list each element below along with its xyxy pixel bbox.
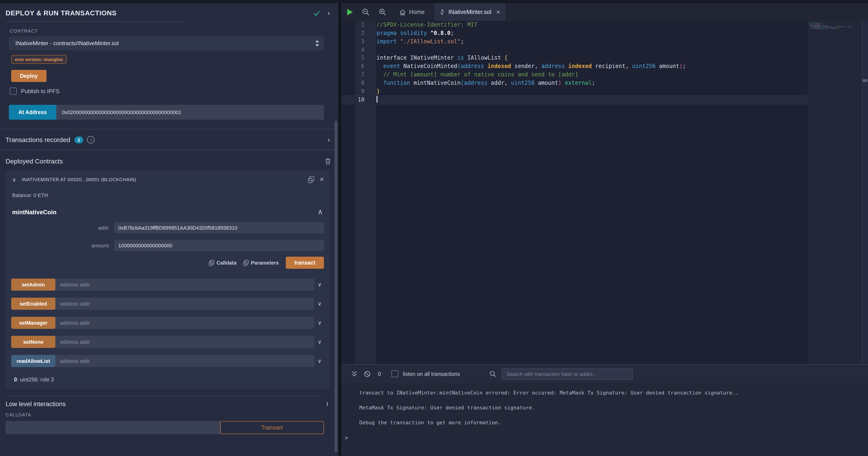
contract-card-header[interactable]: ∨ INATIVEMINTER AT 0X020...00001 (BLOCKC… — [6, 170, 330, 183]
terminal-output[interactable]: transact to INativeMinter.mintNativeCoin… — [341, 383, 868, 441]
chevron-down-icon[interactable]: ∨ — [317, 358, 321, 364]
line-number: 2 — [341, 29, 365, 38]
transactions-recorded-row[interactable]: Transactions recorded 2 i › — [0, 130, 338, 149]
copy-parameters-control[interactable]: Parameters — [243, 260, 279, 266]
chevron-down-icon[interactable]: ∨ — [317, 281, 321, 288]
contract-select[interactable]: INativeMinter - contracts/INativeMinter.… — [9, 36, 324, 50]
tab-inativeminter[interactable]: INativeMinter.sol ✕ — [434, 3, 506, 21]
contract-card-title: INATIVEMINTER AT 0X020...00001 (BLOCKCHA… — [22, 177, 303, 182]
code-line-8[interactable]: 8 function mintNativeCoin(address addr, … — [341, 79, 807, 88]
tab-home[interactable]: Home — [398, 9, 427, 16]
function-row-readAllowList: readAllowList∨ — [11, 355, 321, 367]
terminal-prompt[interactable]: > — [345, 434, 863, 441]
panel-scrollbar[interactable] — [335, 121, 337, 452]
code-line-6[interactable]: 6 event NativeCoinMinted(address indexed… — [341, 62, 807, 71]
setAdmin-button[interactable]: setAdmin — [11, 279, 55, 291]
chevron-down-icon[interactable]: ∨ — [317, 339, 321, 345]
calldata-copy-label: Calldata — [217, 260, 237, 265]
clear-console-icon[interactable] — [364, 371, 370, 377]
output-index: 0 — [14, 377, 17, 382]
deployed-contract-card: ∨ INATIVEMINTER AT 0X020...00001 (BLOCKC… — [6, 170, 330, 389]
deployed-contracts-header: Deployed Contracts — [0, 150, 338, 170]
function-row-setManager: setManager∨ — [11, 317, 321, 329]
run-script-icon[interactable] — [347, 9, 353, 16]
copy-address-icon[interactable] — [308, 176, 314, 183]
copy-icon — [209, 260, 214, 266]
low-level-header: Low level interactions i — [0, 396, 338, 407]
editor-region: Home INativeMinter.sol ✕ 1//SPDX-License… — [341, 3, 868, 456]
addr-field-input[interactable] — [114, 222, 324, 233]
text-cursor — [376, 96, 377, 102]
code-line-7[interactable]: 7 // Mint [amount] number of native coin… — [341, 71, 807, 79]
terminal-log-line: transact to INativeMinter.mintNativeCoin… — [359, 389, 863, 397]
deploy-button[interactable]: Deploy — [11, 70, 46, 82]
setNone-button[interactable]: setNone — [11, 336, 55, 348]
function-row-setEnabled: setEnabled∨ — [11, 297, 321, 310]
collapse-contract-icon[interactable]: ∨ — [12, 177, 16, 182]
function-header[interactable]: mintNativeCoin ∧ — [6, 198, 330, 216]
function-list: setAdmin∨setEnabled∨setManager∨setNone∨r… — [6, 279, 330, 367]
code-line-10[interactable]: 10 — [341, 96, 807, 104]
chevron-down-icon[interactable]: ∨ — [317, 301, 321, 307]
copy-icon — [243, 260, 249, 266]
copy-calldata-control[interactable]: Calldata — [209, 260, 237, 266]
function-name: mintNativeCoin — [12, 208, 318, 216]
setAdmin-input[interactable] — [55, 279, 314, 291]
amount-field-input[interactable] — [114, 240, 324, 251]
zoom-out-icon[interactable] — [362, 8, 370, 16]
setManager-input[interactable] — [55, 317, 314, 329]
pending-tx-count: 0 — [378, 371, 381, 377]
collapse-terminal-icon[interactable] — [351, 371, 358, 377]
transactions-recorded-label: Transactions recorded — [6, 136, 70, 143]
solidity-file-icon — [440, 9, 445, 16]
calldata-input[interactable] — [6, 421, 221, 434]
code-line-5[interactable]: 5interface INativeMinter is IAllowList { — [341, 54, 807, 63]
tab-label: INativeMinter.sol — [448, 9, 492, 16]
expand-transactions-icon[interactable]: › — [328, 136, 330, 143]
at-address-row: At Address — [9, 105, 324, 120]
listen-transactions-checkbox[interactable] — [391, 370, 398, 377]
contract-section: CONTRACT INativeMinter - contracts/INati… — [0, 28, 338, 120]
panel-title: DEPLOY & RUN TRANSACTIONS — [6, 9, 313, 17]
parameters-copy-label: Parameters — [251, 260, 279, 265]
zoom-in-icon[interactable] — [379, 8, 386, 16]
editor-scrollbar-thumb[interactable] — [862, 79, 868, 82]
setNone-input[interactable] — [55, 336, 314, 348]
readAllowList-button[interactable]: readAllowList — [11, 355, 55, 367]
at-address-input[interactable] — [56, 105, 324, 120]
code-line-4[interactable]: 4 — [341, 46, 807, 54]
chevron-down-icon[interactable]: ∨ — [317, 319, 321, 326]
minimap[interactable]: //SPDX-License-Identifier: MITpragma sol… — [807, 21, 862, 364]
setEnabled-input[interactable] — [55, 297, 314, 310]
readAllowList-input[interactable] — [55, 355, 314, 367]
remove-contract-icon[interactable]: ✕ — [320, 176, 324, 182]
code-line-9[interactable]: 9} — [341, 88, 807, 96]
tab-close-icon[interactable]: ✕ — [496, 9, 500, 15]
publish-ipfs-checkbox[interactable] — [10, 88, 17, 94]
output-text: : uint256: role 3 — [17, 377, 54, 382]
low-level-transact-button[interactable]: Transact — [220, 421, 324, 434]
at-address-button[interactable]: At Address — [9, 105, 56, 120]
panel-header: DEPLOY & RUN TRANSACTIONS › — [0, 3, 338, 17]
setManager-button[interactable]: setManager — [11, 317, 55, 329]
panel-editor-divider[interactable] — [338, 3, 341, 456]
setEnabled-button[interactable]: setEnabled — [11, 297, 55, 310]
editor-scrollbar-track[interactable] — [862, 21, 868, 364]
line-number: 3 — [341, 37, 365, 46]
line-number: 7 — [341, 71, 365, 79]
collapse-function-icon[interactable]: ∧ — [318, 208, 323, 216]
code-line-2[interactable]: 2pragma solidity ^0.8.0; — [341, 29, 807, 38]
transact-button[interactable]: transact — [286, 257, 324, 269]
trash-icon[interactable] — [325, 158, 331, 165]
terminal-search-input[interactable] — [502, 368, 633, 379]
line-number: 5 — [341, 54, 365, 63]
code-line-1[interactable]: 1//SPDX-License-Identifier: MIT — [341, 21, 807, 29]
terminal-panel: 0 listen on all transactions transact to… — [341, 364, 868, 456]
function-action-row: Calldata Parameters transact — [6, 257, 324, 269]
terminal-toolbar: 0 listen on all transactions — [341, 365, 868, 383]
remix-ide-window: DEPLOY & RUN TRANSACTIONS › CONTRACT INa… — [0, 0, 868, 456]
collapse-panel-icon[interactable]: › — [328, 9, 330, 17]
code-editor[interactable]: 1//SPDX-License-Identifier: MIT2pragma s… — [341, 21, 868, 364]
code-line-3[interactable]: 3import "./IAllowList.sol"; — [341, 37, 807, 46]
title-underline — [6, 22, 183, 22]
